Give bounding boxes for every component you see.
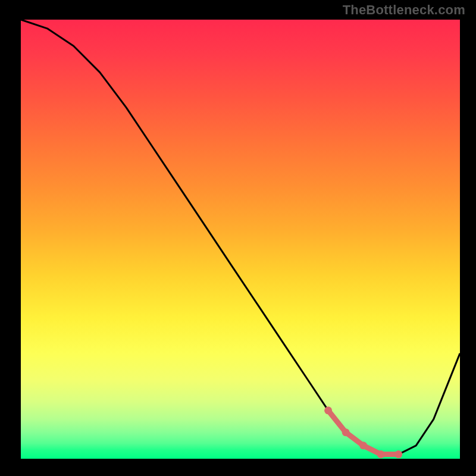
- chart-stage: TheBottleneck.com: [0, 0, 476, 476]
- highlight-dot: [359, 441, 367, 449]
- highlight-dot: [342, 428, 350, 436]
- highlight-dot: [324, 406, 332, 414]
- bottleneck-curve: [0, 0, 476, 476]
- highlight-dot: [394, 450, 402, 458]
- highlight-dot: [377, 450, 385, 458]
- curve-path: [21, 20, 460, 455]
